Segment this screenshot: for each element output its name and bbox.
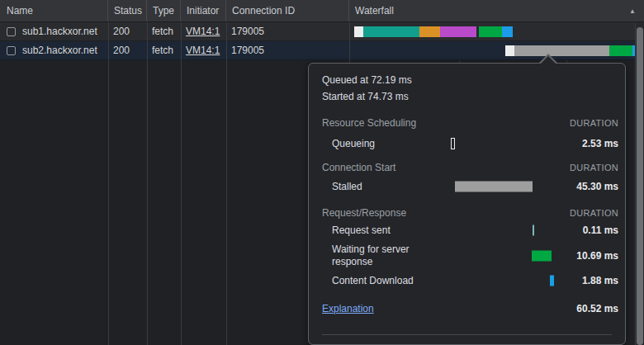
- stalled-bar: [455, 182, 533, 192]
- queueing-bar: [451, 138, 455, 149]
- column-header-type[interactable]: Type: [147, 0, 181, 21]
- section-resource-scheduling: Resource Scheduling DURATION: [309, 116, 625, 130]
- section-title: Connection Start: [322, 161, 395, 174]
- scrollbar-thumb[interactable]: [637, 27, 643, 345]
- duration-column-label: DURATION: [570, 161, 618, 174]
- table-header: Name Status Type Initiator Connection ID…: [0, 0, 644, 22]
- timing-value: 45.30 ms: [576, 181, 618, 192]
- column-divider: [226, 22, 227, 345]
- timing-label: Content Download: [332, 275, 414, 287]
- column-header-name[interactable]: Name: [0, 0, 108, 21]
- tooltip-divider: [322, 334, 612, 335]
- timing-row-content-download: Content Download 1.88 ms: [309, 272, 625, 290]
- column-divider: [147, 22, 148, 345]
- column-header-initiator[interactable]: Initiator: [181, 0, 226, 21]
- tooltip-footer: Explanation 60.52 ms: [309, 300, 625, 318]
- waterfall-segment-stalled: [514, 45, 609, 56]
- sort-ascending-icon: ▲: [629, 7, 636, 15]
- row-checkbox[interactable]: [7, 27, 16, 36]
- initiator-cell: VM14:1: [181, 22, 226, 40]
- timing-label: Queueing: [332, 138, 375, 150]
- timing-row-waiting: Waiting for server response 10.69 ms: [309, 243, 625, 269]
- request-name: sub1.hackxor.net: [22, 26, 97, 37]
- waterfall-segment-waiting-for-server-response: [479, 26, 502, 37]
- section-connection-start: Connection Start DURATION: [309, 161, 625, 174]
- total-duration: 60.52 ms: [576, 303, 618, 314]
- waterfall-segment-initial-connection: [419, 26, 440, 37]
- timing-row-queueing: Queueing 2.53 ms: [309, 135, 625, 153]
- section-request-response: Request/Response DURATION: [309, 206, 625, 220]
- duration-column-label: DURATION: [570, 206, 618, 220]
- connection-id-cell: 179005: [226, 22, 349, 40]
- table-row[interactable]: sub1.hackxor.net 200 fetch VM14:1 179005: [0, 22, 644, 41]
- initiator-cell: VM14:1: [181, 41, 226, 59]
- type-cell: fetch: [147, 41, 181, 59]
- explanation-link[interactable]: Explanation: [322, 303, 374, 314]
- started-at-text: Started at 74.73 ms: [309, 90, 625, 103]
- request-sent-bar: [533, 225, 534, 236]
- section-title: Resource Scheduling: [322, 116, 416, 130]
- status-cell: 200: [108, 41, 147, 59]
- duration-column-label: DURATION: [570, 116, 618, 130]
- waiting-bar: [532, 251, 552, 262]
- waterfall-segment-dns-lookup: [363, 26, 419, 37]
- row-checkbox[interactable]: [7, 46, 16, 55]
- column-divider: [108, 22, 109, 345]
- waterfall-segment-waiting-for-server-response: [609, 45, 632, 56]
- timing-row-request-sent: Request sent 0.11 ms: [309, 221, 625, 239]
- column-header-waterfall[interactable]: Waterfall ▲: [349, 0, 644, 21]
- initiator-link[interactable]: VM14:1: [186, 45, 220, 56]
- timing-value: 0.11 ms: [583, 224, 618, 236]
- column-header-status[interactable]: Status: [108, 0, 147, 21]
- waterfall-timing-tooltip: Queued at 72.19 ms Started at 74.73 ms R…: [308, 63, 626, 345]
- waterfall-segment-ssl: [440, 26, 476, 37]
- status-cell: 200: [108, 22, 147, 40]
- waterfall-cell: [349, 22, 644, 40]
- timing-label: Request sent: [332, 224, 391, 237]
- tooltip-arrow-fill: [541, 56, 556, 64]
- initiator-link[interactable]: VM14:1: [186, 26, 220, 37]
- queued-at-text: Queued at 72.19 ms: [309, 73, 625, 87]
- column-divider: [181, 22, 182, 345]
- timing-value: 10.69 ms: [576, 250, 618, 262]
- timing-value: 2.53 ms: [582, 138, 618, 149]
- section-title: Request/Response: [322, 206, 406, 220]
- timing-value: 1.88 ms: [582, 275, 618, 286]
- waterfall-segment-content-download: [502, 26, 513, 37]
- waterfall-header-label: Waterfall: [355, 5, 394, 17]
- type-cell: fetch: [147, 22, 181, 40]
- name-cell: sub1.hackxor.net: [0, 22, 108, 40]
- vertical-scrollbar[interactable]: [635, 23, 644, 345]
- connection-id-cell: 179005: [226, 41, 349, 59]
- request-name: sub2.hackxor.net: [22, 45, 97, 56]
- column-header-connection-id[interactable]: Connection ID: [226, 0, 349, 21]
- timing-label: Stalled: [332, 181, 362, 193]
- waterfall-cell: [349, 41, 644, 59]
- name-cell: sub2.hackxor.net: [0, 41, 108, 59]
- content-download-bar: [550, 276, 554, 286]
- waterfall-segment-queueing: [505, 45, 514, 56]
- network-panel: Name Status Type Initiator Connection ID…: [0, 0, 644, 345]
- timing-row-stalled: Stalled 45.30 ms: [309, 177, 625, 196]
- waterfall-segment-queueing: [354, 26, 363, 37]
- timing-label: Waiting for server response: [332, 243, 429, 268]
